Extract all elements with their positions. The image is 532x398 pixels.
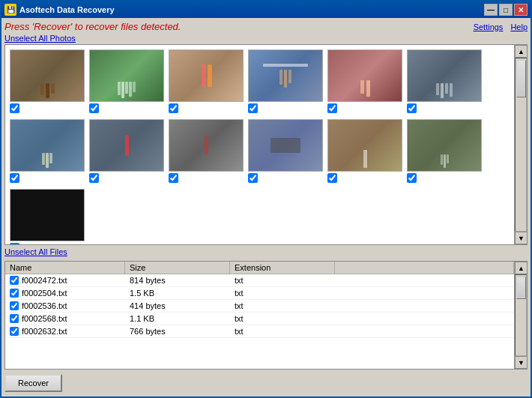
file-checkbox[interactable] [10,276,19,285]
photo-thumb [407,119,482,172]
files-scroll-down[interactable]: ▼ [515,356,528,369]
photo-checkbox[interactable] [89,173,99,183]
file-name: f0002536.txt [22,301,67,310]
files-table-container: Name Size Extension f0002472.txt 814 byt… [5,262,514,369]
file-name: f0002568.txt [22,314,67,323]
photo-row-1 [10,49,510,113]
photo-thumb [89,49,164,102]
photo-checkbox[interactable] [327,173,337,183]
file-name: f0002632.txt [22,327,67,336]
file-row: f0002472.txt 814 bytes txt [5,274,514,287]
col-header-ext: Extension [230,262,335,274]
file-name-cell: f0002504.txt [5,288,125,298]
col-header-size: Size [125,262,230,274]
file-size-cell: 414 bytes [125,301,230,311]
unselect-files-link[interactable]: Unselect All Files [4,247,67,256]
title-bar: 💾 Asoftech Data Recovery — □ ✕ [1,1,531,18]
file-name-cell: f0002568.txt [5,313,125,324]
help-link[interactable]: Help [510,22,528,31]
files-scroll-track[interactable] [515,274,527,356]
minimize-button[interactable]: — [484,4,498,16]
photo-checkbox[interactable] [10,103,19,113]
file-rest-cell [335,326,514,337]
photo-thumb [169,49,244,102]
file-ext-cell: txt [230,326,335,337]
photo-item [248,49,323,113]
recover-button[interactable]: Recover [4,374,62,392]
photo-thumb [327,49,402,102]
file-checkbox[interactable] [10,327,19,336]
photo-checkbox[interactable] [327,103,337,113]
file-name-cell: f0002536.txt [5,301,125,311]
photo-checkbox[interactable] [407,103,417,113]
file-row: f0002568.txt 1.1 KB txt [5,313,514,325]
file-row: f0002536.txt 414 bytes txt [5,300,514,313]
file-size-cell: 1.1 KB [125,313,230,324]
file-row: f0002504.txt 1.5 KB txt [5,287,514,300]
file-name: f0002472.txt [22,276,67,285]
main-window: 💾 Asoftech Data Recovery — □ ✕ Press 'Re… [0,0,532,398]
file-ext-cell: txt [230,288,335,298]
photo-item [10,119,85,183]
photo-thumb [10,119,85,172]
photo-row-2 [10,119,510,183]
content-area: Press 'Recover' to recover files detecte… [1,18,531,397]
file-checkbox[interactable] [10,314,19,323]
photo-checkbox[interactable] [169,173,178,183]
photo-thumb [169,119,244,172]
photo-thumb [10,49,85,102]
file-ext-cell: txt [230,301,335,311]
photo-thumb [248,49,323,102]
photo-item [327,49,402,113]
photo-checkbox[interactable] [10,173,19,183]
photo-item [407,49,482,113]
photo-checkbox[interactable] [248,103,258,113]
photo-row-3 [10,189,510,244]
maximize-button[interactable]: □ [499,4,513,16]
files-rows: f0002472.txt 814 bytes txt f0002504.txt … [5,274,514,365]
file-rest-cell [335,313,514,324]
photo-thumb [89,119,164,172]
photo-checkbox[interactable] [248,173,258,183]
col-header-name: Name [5,262,125,274]
col-header-rest [335,262,514,274]
photo-item [248,119,323,183]
file-checkbox[interactable] [10,289,19,298]
file-name-cell: f0002472.txt [5,275,125,286]
settings-link[interactable]: Settings [474,22,504,31]
photo-checkbox[interactable] [10,243,19,244]
file-size-cell: 1.5 KB [125,288,230,298]
photo-thumb [327,119,402,172]
photos-panel: ▲ ▼ [4,44,528,245]
close-button[interactable]: ✕ [514,4,528,16]
photo-checkbox[interactable] [169,103,178,113]
photo-checkbox[interactable] [407,173,417,183]
files-scroll-handle[interactable] [516,277,526,299]
file-ext-cell: txt [230,313,335,324]
photo-thumb [248,119,323,172]
scroll-track[interactable] [515,58,527,232]
photo-checkbox[interactable] [89,103,99,113]
files-scrollbar: ▲ ▼ [514,262,527,369]
file-rest-cell [335,275,514,286]
scroll-down-button[interactable]: ▼ [515,232,528,244]
photos-scrollbar: ▲ ▼ [514,45,527,244]
file-name: f0002504.txt [22,289,67,298]
photo-scroll-area [5,45,514,244]
files-scroll-up[interactable]: ▲ [515,262,528,274]
file-checkbox[interactable] [10,301,19,310]
photo-item [10,49,85,113]
photo-item [169,119,244,183]
window-title: Asoftech Data Recovery [19,5,115,14]
files-panel: Name Size Extension f0002472.txt 814 byt… [4,261,528,370]
unselect-photos-link[interactable]: Unselect All Photos [4,34,76,43]
photo-thumb [407,49,482,102]
scroll-handle[interactable] [516,60,526,97]
file-size-cell: 766 bytes [125,326,230,337]
photo-item [10,189,85,244]
recover-message: Press 'Recover' to recover files detecte… [4,21,181,32]
photo-item [89,119,164,183]
app-icon: 💾 [4,4,16,16]
scroll-up-button[interactable]: ▲ [515,45,528,58]
photo-thumb [10,189,85,241]
